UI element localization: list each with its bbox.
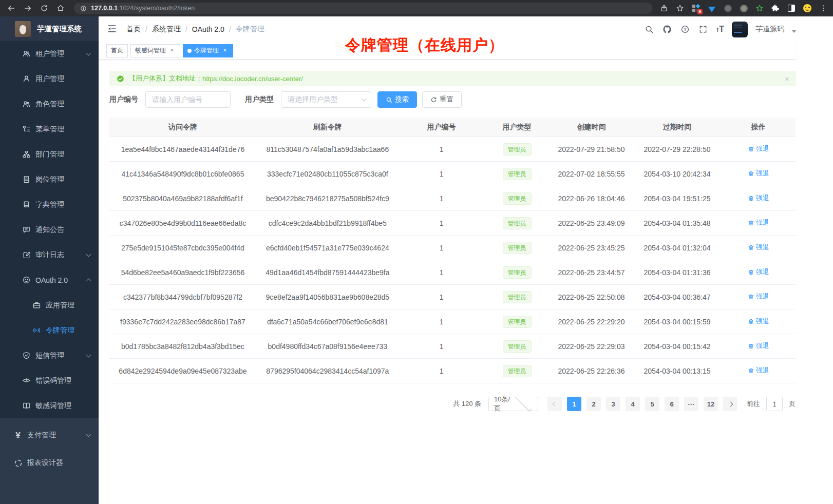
search-button[interactable]: 搜索 bbox=[377, 91, 417, 108]
caret-down-icon[interactable] bbox=[792, 30, 796, 33]
next-page-button[interactable] bbox=[723, 397, 737, 411]
sidebar-item-post[interactable]: 岗位管理 bbox=[0, 167, 99, 192]
created-time-cell: 2022-07-02 18:55:55 bbox=[550, 170, 633, 178]
user-id-cell: 1 bbox=[399, 268, 484, 277]
alert-close-icon[interactable]: × bbox=[785, 75, 789, 83]
access-token-cell: 275e5de9151045fe87cbdc395e004f4d bbox=[109, 244, 256, 252]
force-logout-button[interactable]: 强退 bbox=[748, 267, 769, 277]
breadcrumb-system[interactable]: 系统管理 bbox=[152, 25, 181, 34]
sidebar-item-sensitive-word[interactable]: 敏感词管理 bbox=[0, 393, 99, 418]
goto-page-input[interactable] bbox=[766, 397, 783, 411]
share-icon[interactable] bbox=[659, 4, 669, 13]
sidebar-item-user[interactable]: 用户管理 bbox=[0, 66, 99, 91]
column-header-access-token: 访问令牌 bbox=[109, 123, 256, 132]
sidebar-item-error-code[interactable]: </>错误码管理 bbox=[0, 368, 99, 393]
sidebar-item-sms[interactable]: 短信管理 bbox=[0, 343, 99, 368]
help-icon[interactable]: ? bbox=[680, 24, 690, 34]
page-button-12[interactable]: 12 bbox=[704, 397, 718, 411]
post-icon bbox=[22, 175, 31, 184]
user-id-input[interactable] bbox=[145, 91, 231, 108]
gem-extension-icon[interactable] bbox=[707, 4, 716, 13]
user-type-select[interactable]: 请选择用户类型 bbox=[281, 91, 371, 108]
user-type-badge: 管理员 bbox=[503, 340, 532, 353]
force-logout-button[interactable]: 强退 bbox=[748, 144, 769, 153]
sidebar-item-oauth-token[interactable]: 令牌管理 bbox=[0, 318, 99, 343]
page-button-4[interactable]: 4 bbox=[626, 397, 640, 411]
prev-page-button[interactable] bbox=[547, 397, 562, 411]
font-size-icon[interactable]: TT bbox=[716, 25, 724, 33]
user-avatar[interactable] bbox=[732, 22, 748, 37]
sidebar-item-menu[interactable]: 菜单管理 bbox=[0, 117, 99, 142]
breadcrumb-home[interactable]: 首页 bbox=[126, 25, 141, 34]
extension-grid-icon[interactable]: 9 bbox=[691, 4, 701, 13]
split-view-icon[interactable] bbox=[787, 4, 796, 13]
force-logout-button[interactable]: 强退 bbox=[748, 317, 769, 326]
url-bar[interactable]: 127.0.0.1:1024/system/oauth2/token bbox=[74, 3, 652, 14]
sidebar-item-oauth[interactable]: OAuth 2.0 bbox=[0, 267, 99, 293]
sidebar-item-oauth-app[interactable]: 应用管理 bbox=[0, 293, 99, 318]
column-header-refresh-token: 刷新令牌 bbox=[256, 123, 399, 132]
alert-doc-link[interactable]: https://doc.iocoder.cn/user-center/ bbox=[202, 75, 303, 83]
user-type-badge: 管理员 bbox=[503, 143, 532, 156]
breadcrumb-oauth[interactable]: OAuth 2.0 bbox=[192, 25, 224, 33]
browser-home-icon[interactable] bbox=[54, 2, 67, 14]
column-header-user-id: 用户编号 bbox=[399, 123, 484, 132]
pay-icon: ¥ bbox=[13, 431, 23, 440]
sidebar-item-tenant[interactable]: 租户管理 bbox=[0, 41, 99, 66]
browser-menu-icon[interactable] bbox=[819, 4, 828, 13]
search-icon[interactable] bbox=[644, 24, 654, 34]
dark-circle-extension-icon[interactable] bbox=[723, 4, 732, 13]
emoji-extension-icon[interactable] bbox=[803, 4, 812, 13]
close-icon[interactable]: × bbox=[221, 47, 229, 54]
sidebar-bottom-section: ¥支付管理 报表设计器 bbox=[0, 418, 99, 504]
tab-home[interactable]: 首页 bbox=[106, 44, 128, 57]
refresh-token-cell: b0df4980ffd34c67a08f9156e4eee733 bbox=[256, 342, 399, 351]
page-size-select[interactable]: 10条/页 bbox=[488, 397, 538, 411]
force-logout-button[interactable]: 强退 bbox=[748, 243, 769, 252]
sidebar-item-report-designer[interactable]: 报表设计器 bbox=[0, 449, 99, 477]
sidebar-item-dept[interactable]: 部门管理 bbox=[0, 142, 99, 167]
user-name[interactable]: 芋道源码 bbox=[755, 25, 784, 34]
sidebar-item-role[interactable]: 角色管理 bbox=[0, 91, 99, 117]
page-button-3[interactable]: 3 bbox=[606, 397, 620, 411]
force-logout-button[interactable]: 强退 bbox=[748, 341, 769, 351]
github-icon[interactable] bbox=[662, 24, 672, 34]
trash-icon bbox=[748, 195, 754, 202]
reset-button[interactable]: 重置 bbox=[422, 91, 462, 108]
sidebar-item-pay[interactable]: ¥支付管理 bbox=[0, 421, 99, 449]
force-logout-button[interactable]: 强退 bbox=[748, 169, 769, 178]
sidebar-fold-icon[interactable] bbox=[107, 24, 118, 35]
table-row: c347026e805e4d99b0d116eae66eda8c cdfc4ce… bbox=[109, 211, 796, 236]
user-type-cell: 管理员 bbox=[484, 217, 550, 229]
page-button-6[interactable]: 6 bbox=[665, 397, 679, 411]
user-type-badge: 管理员 bbox=[503, 217, 532, 229]
close-icon[interactable]: × bbox=[168, 47, 176, 54]
puzzle-extension-icon[interactable] bbox=[771, 4, 780, 13]
chevron-down-icon bbox=[515, 395, 532, 412]
force-logout-button[interactable]: 强退 bbox=[748, 366, 769, 375]
expire-time-cell: 2054-03-04 00:15:42 bbox=[633, 342, 721, 351]
app-icon bbox=[32, 301, 41, 310]
force-logout-button[interactable]: 强退 bbox=[748, 218, 769, 227]
page-button-5[interactable]: 5 bbox=[645, 397, 659, 411]
page-button-1[interactable]: 1 bbox=[567, 397, 581, 411]
page-ellipsis-button[interactable]: ··· bbox=[684, 397, 698, 411]
force-logout-button[interactable]: 强退 bbox=[748, 193, 769, 203]
browser-back-icon[interactable] bbox=[5, 2, 17, 14]
browser-reload-icon[interactable] bbox=[38, 2, 50, 14]
sidebar-item-dict[interactable]: 字典管理 bbox=[0, 192, 99, 217]
tab-token[interactable]: 令牌管理× bbox=[183, 44, 233, 57]
sidebar-item-audit-log[interactable]: 审计日志 bbox=[0, 242, 99, 267]
gray-circle-extension-icon[interactable] bbox=[739, 4, 748, 13]
page-button-2[interactable]: 2 bbox=[586, 397, 601, 411]
force-logout-button[interactable]: 强退 bbox=[748, 292, 769, 301]
tab-sensitive-word[interactable]: 敏感词管理× bbox=[130, 44, 180, 57]
sidebar-item-notice[interactable]: 通知公告 bbox=[0, 217, 99, 242]
green-star-extension-icon[interactable] bbox=[755, 4, 764, 13]
bookmark-star-icon[interactable] bbox=[675, 4, 685, 13]
browser-forward-icon[interactable] bbox=[22, 2, 34, 14]
sidebar: 芋道管理系统 租户管理 用户管理 角色管理 菜单管理 部门管理 岗位管理 字典管… bbox=[0, 16, 99, 504]
site-info-icon[interactable] bbox=[80, 5, 87, 12]
fullscreen-icon[interactable] bbox=[698, 24, 708, 34]
token-icon bbox=[32, 326, 41, 335]
